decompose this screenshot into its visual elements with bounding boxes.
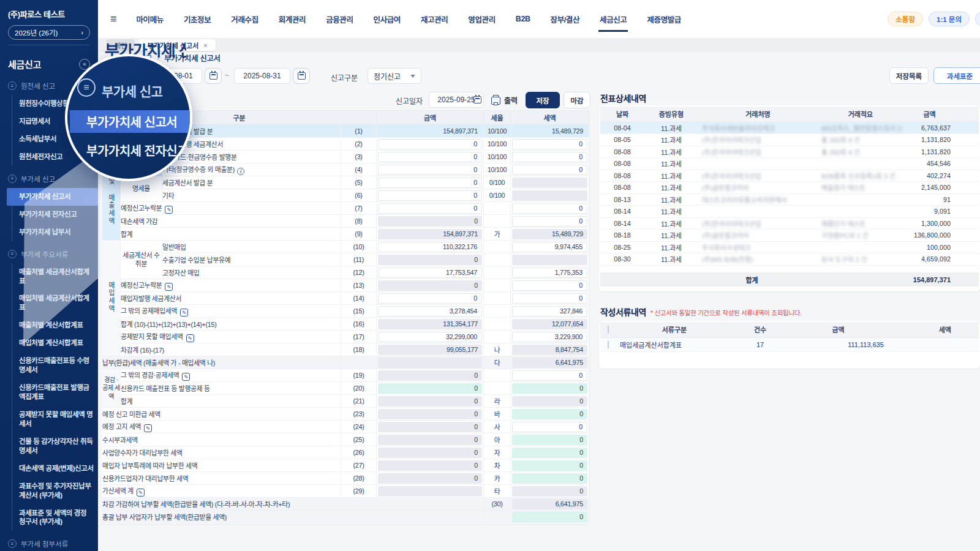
- sidebar-item[interactable]: 공제받지 못할 매입세액 명세서: [12, 406, 98, 433]
- vat-table-row[interactable]: 사업양수자가 대리납부한 세액(26)0자0: [102, 446, 589, 459]
- vat-table-row[interactable]: 수출기업 수입분 납부유예(11)0: [102, 253, 589, 266]
- sidebar-item[interactable]: 매출처별 세금계산서합계표: [12, 263, 98, 290]
- vat-amount-cell[interactable]: 0: [377, 163, 484, 176]
- sidebar-item[interactable]: 부가가치세 신고서: [7, 188, 98, 206]
- vat-amount-box[interactable]: 0: [378, 203, 482, 214]
- voucher-row[interactable]: 08-0811.과세(주)한국아이테크산업B2B품목 신규등록1회 3 건402…: [600, 170, 979, 182]
- vat-table-row[interactable]: 납부(환급)세액 (매출세액 가 - 매입세액 나)다6,641,975: [102, 356, 589, 369]
- voucher-row[interactable]: 08-3011.과세(주)MS B2B(전용)문서 도구외 2 건4,659,0…: [600, 253, 979, 266]
- top-menu-item[interactable]: 인사급여: [374, 0, 401, 38]
- vat-tax-box[interactable]: 9,974,455: [512, 242, 587, 252]
- edit-icon[interactable]: ✎: [165, 206, 173, 214]
- tab-active[interactable]: 부가가치세 신고서×: [139, 39, 215, 51]
- top-menu-item[interactable]: 회계관리: [279, 0, 306, 38]
- info-icon[interactable]: i: [237, 168, 244, 175]
- communication-box-button[interactable]: 소통함: [888, 12, 923, 26]
- vat-amount-cell[interactable]: 17,753,547: [377, 266, 484, 279]
- vat-amount-cell[interactable]: 32,299,000: [377, 331, 484, 343]
- vat-table-row[interactable]: 기타(정규영수증 외 매출분)i(4)010/1000: [102, 163, 589, 176]
- sidebar-item[interactable]: 매출처별 계산서합계표: [12, 317, 98, 334]
- top-menu-item[interactable]: B2B: [516, 0, 530, 38]
- vat-amount-cell[interactable]: 0: [377, 151, 484, 163]
- vat-tax-box[interactable]: 3,229,900: [512, 332, 587, 342]
- date-to-calendar-button[interactable]: [293, 68, 310, 84]
- vat-amount-box[interactable]: 0: [378, 139, 482, 149]
- vat-amount-box[interactable]: 0: [378, 165, 482, 175]
- vat-table-row[interactable]: 공제받지 못할 매입세액✎(17)32,299,0003,229,900: [102, 331, 589, 343]
- save-button[interactable]: 저장: [526, 92, 560, 108]
- vat-amount-box[interactable]: 0: [378, 293, 482, 304]
- sidebar-item[interactable]: 대손세액 공제(변제)신고서: [12, 460, 98, 478]
- top-menu-item[interactable]: 금융관리: [326, 0, 353, 38]
- vat-tax-box[interactable]: 0: [512, 165, 587, 175]
- vat-amount-box[interactable]: 3,278,454: [378, 306, 482, 317]
- vat-amount-box[interactable]: 0: [378, 178, 482, 188]
- vat-tax-box[interactable]: 0: [512, 216, 587, 227]
- voucher-row[interactable]: 08-1411.과세(주)한국아이테크산업제품단가 테스트1,300,000: [600, 217, 979, 230]
- report-date-calendar-button[interactable]: [470, 92, 484, 108]
- date-to-input[interactable]: 2025-08-31: [234, 68, 290, 84]
- sidebar-item[interactable]: 매입처별 계산서합계표: [12, 334, 98, 352]
- vat-amount-box[interactable]: 0: [378, 190, 482, 201]
- vat-table-row[interactable]: 예정신고누락분✎(7)00: [102, 202, 589, 215]
- vat-table-row[interactable]: 매입자 납부특례에 따라 납부한 세액(27)0차0: [102, 459, 589, 472]
- date-from-calendar-button[interactable]: [205, 68, 222, 84]
- top-menu-item[interactable]: 세금신고: [600, 0, 627, 38]
- vat-tax-box[interactable]: 0: [512, 370, 587, 381]
- vat-table-row[interactable]: 대손세액 가감(8)00: [102, 215, 589, 228]
- hamburger-menu-icon[interactable]: ≡: [110, 13, 117, 26]
- vat-tax-box[interactable]: 1,775,353: [512, 268, 587, 278]
- sidebar-item[interactable]: 매입처별 세금계산서합계표: [12, 290, 98, 317]
- voucher-row[interactable]: 08-1411.과세9,091: [600, 206, 979, 218]
- print-button[interactable]: 출력: [491, 95, 518, 105]
- vat-amount-cell[interactable]: 3,278,454: [377, 305, 484, 318]
- prepared-doc-row[interactable]: 매입세금계산서합계표17111,113,635: [600, 337, 979, 351]
- vat-tax-box[interactable]: 0: [512, 293, 587, 304]
- top-menu-item[interactable]: 마이메뉴: [137, 0, 164, 38]
- sidebar-item[interactable]: 부가가치세 전자신고: [12, 206, 98, 223]
- top-menu-item[interactable]: 장부/결산: [551, 0, 579, 38]
- close-icon[interactable]: ×: [203, 42, 207, 49]
- doc-checkbox[interactable]: [608, 340, 609, 349]
- vat-tax-box[interactable]: 327,846: [512, 306, 587, 317]
- sidebar-item[interactable]: 건물 등 감가상각자산 취득명세서: [12, 433, 98, 460]
- vat-table-row[interactable]: 합계 (10)-(11)+(12)+(13)+(14)+(15)(16)131,…: [102, 318, 589, 331]
- sidebar-item[interactable]: 신용카드매출전표 발행금액집계표: [12, 379, 98, 406]
- vat-table-row[interactable]: 가산세액 계✎(29)타0: [102, 485, 589, 498]
- vat-table-row[interactable]: 신용카드업자가 대리납부한 세액(28)0카0: [102, 472, 589, 485]
- vat-table-row[interactable]: 신용카드 매출전표 등 발행공제 등(20)00: [102, 382, 589, 395]
- vat-table-row[interactable]: 그 밖의 공제매입세액✎(15)3,278,454327,846: [102, 305, 589, 318]
- vat-table-row[interactable]: 수시부과세액(25)0아0: [102, 433, 589, 446]
- vat-table-row[interactable]: 총괄 납부 사업자가 납부할 세액(환급받을 세액)0: [102, 511, 589, 523]
- edit-icon[interactable]: ✎: [137, 489, 145, 497]
- top-menu-item[interactable]: 기초정보: [184, 0, 211, 38]
- cut-off-button[interactable]: [975, 12, 980, 26]
- vat-amount-cell[interactable]: 0: [377, 292, 484, 305]
- top-menu-item[interactable]: 영업관리: [468, 0, 495, 38]
- report-type-select[interactable]: 정기신고: [368, 68, 421, 84]
- tax-base-button[interactable]: 과세표준: [933, 67, 980, 84]
- sidebar-item[interactable]: 신용카드매출전표등 수령명세서: [12, 352, 98, 379]
- vat-table-row[interactable]: 예정 고지 세액✎(24)0사0: [102, 421, 589, 433]
- voucher-row[interactable]: 08-0811.과세(주)글로벌코리아매출원가 테스트2,145,000: [600, 182, 979, 194]
- vat-tax-box[interactable]: 0: [512, 280, 587, 291]
- vat-tax-box[interactable]: 0: [512, 203, 587, 214]
- vat-amount-cell[interactable]: 0: [377, 202, 484, 215]
- top-menu-item[interactable]: 거래수집: [231, 0, 258, 38]
- vat-amount-box[interactable]: 17,753,547: [378, 268, 482, 278]
- voucher-row[interactable]: 08-0511.과세(주)한국아이테크산업총 260회 4 건1,131,820: [600, 134, 979, 146]
- vat-table-row[interactable]: 고정자산 매입(12)17,753,5471,775,353: [102, 266, 589, 279]
- voucher-row[interactable]: 08-0411.과세주식회사세븐솔라이프테크MS오피스_웹반응형스토어 2 건6…: [600, 122, 979, 134]
- lens-active-menu-item[interactable]: 부가가치세 신고서: [70, 110, 192, 133]
- vat-table-row[interactable]: 매입세액세금계산서 수취분일반매입(10)110,322,1769,974,45…: [102, 241, 589, 253]
- vat-table-row[interactable]: 경감 · 공제 세액그 밖의 경감·공제세액✎(19)00: [102, 369, 589, 382]
- top-menu-item[interactable]: 제증명발급: [647, 0, 681, 38]
- edit-icon[interactable]: ✎: [180, 309, 188, 317]
- vat-amount-cell[interactable]: 110,322,176: [377, 241, 484, 253]
- vat-table-row[interactable]: 예정 신고 미환급 세액(23)0바0: [102, 408, 589, 421]
- lens-next-menu-item[interactable]: 부가가치세 전자신고: [86, 141, 188, 159]
- vat-table-row[interactable]: 매입자발행 세금계산서(14)00: [102, 292, 589, 305]
- sidebar-item[interactable]: 부가가치세 납부서: [12, 223, 98, 241]
- vat-amount-cell[interactable]: 0: [377, 176, 484, 189]
- edit-icon[interactable]: ✎: [144, 424, 152, 432]
